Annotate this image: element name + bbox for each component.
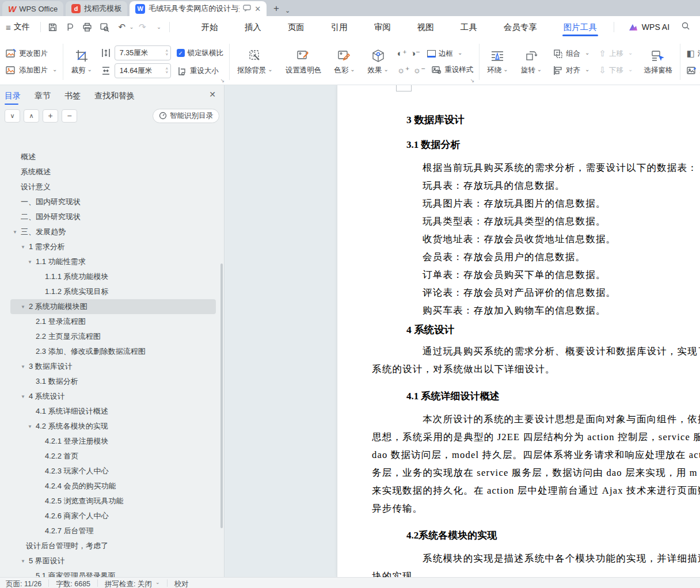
width-input[interactable]: 14.64厘米 ˄˅ bbox=[115, 63, 171, 78]
compress-picture-button[interactable]: 压缩图片 bbox=[684, 63, 700, 77]
expand-arrow-icon[interactable]: ▼ bbox=[21, 304, 29, 310]
outline-item[interactable]: ▼ 一、国内研究现状 bbox=[0, 194, 222, 209]
menu-item[interactable]: 页面 bbox=[288, 17, 305, 37]
menu-item[interactable]: 视图 bbox=[417, 17, 434, 37]
outline-item[interactable]: ▼ 4.2.1 登录注册模块 bbox=[0, 434, 222, 449]
expand-arrow-icon[interactable]: ▼ bbox=[21, 559, 29, 564]
side-panel-tab[interactable]: 书签 bbox=[64, 86, 81, 105]
outline-item[interactable]: ▼ 2.3 添加、修改或删除数据流程图 bbox=[0, 344, 222, 359]
menu-item[interactable]: 引用 bbox=[331, 17, 348, 37]
zoom-out-outline-button[interactable]: − bbox=[62, 109, 77, 123]
collapse-all-button[interactable]: ∨ bbox=[5, 109, 20, 123]
set-transparent-button[interactable]: 设置透明色 bbox=[281, 47, 326, 77]
menu-item[interactable]: 图片工具 bbox=[564, 17, 597, 37]
heading-collapse-marker[interactable] bbox=[396, 85, 412, 91]
close-panel-icon[interactable]: ✕ bbox=[209, 90, 216, 99]
outline-item[interactable]: ▼ 二、国外研究现状 bbox=[0, 209, 222, 224]
rotate-button[interactable]: 旋转 bbox=[517, 47, 546, 77]
export-pdf-button[interactable] bbox=[63, 20, 78, 34]
brightness-down-icon[interactable]: ☼⁻ bbox=[413, 65, 426, 75]
zoom-in-outline-button[interactable]: + bbox=[43, 109, 58, 123]
print-preview-button[interactable] bbox=[97, 20, 112, 34]
outline-item[interactable]: ▼ 2.2 主页显示流程图 bbox=[0, 329, 222, 344]
more-tools-caret-icon[interactable]: ⌄ bbox=[157, 24, 161, 30]
spinner-arrows-icon[interactable]: ˄˅ bbox=[166, 49, 168, 56]
document-page[interactable]: 3 数据库设计3.1 数据分析根据当前玩具购买系统的需求分析，需要设计以下的数据… bbox=[337, 85, 700, 577]
outline-item[interactable]: ▼ 4.2.4 会员的购买功能 bbox=[0, 479, 222, 494]
tab-list-caret-icon[interactable]: ⌄ bbox=[285, 7, 290, 14]
height-input[interactable]: 7.35厘米 ˄˅ bbox=[115, 45, 171, 60]
wps-ai-button[interactable]: WPS AI bbox=[628, 22, 669, 32]
outline-item[interactable]: ▼ 4.2.5 浏览查询玩具功能 bbox=[0, 494, 222, 509]
menu-item[interactable]: 插入 bbox=[245, 17, 261, 37]
outline-item[interactable]: ▼ 3 数据库设计 bbox=[0, 359, 222, 374]
outline-item[interactable]: ▼ 设计后台管理时，考虑了 bbox=[0, 539, 222, 553]
outline-item[interactable]: ▼ 系统概述 bbox=[0, 165, 222, 180]
redo-button[interactable]: ↷ bbox=[135, 20, 150, 34]
menu-item[interactable]: 开始 bbox=[201, 17, 218, 37]
outline-item[interactable]: ▼ 2 系统功能模块图 bbox=[10, 299, 216, 314]
outline-item[interactable]: ▼ 4.2.3 玩家个人中心 bbox=[0, 464, 222, 479]
document-canvas[interactable]: 3 数据库设计3.1 数据分析根据当前玩具购买系统的需求分析，需要设计以下的数据… bbox=[225, 85, 700, 577]
word-count-status[interactable]: 字数: 6685 bbox=[56, 579, 90, 588]
outline-item[interactable]: ▼ 4.2 系统各模块的实现 bbox=[0, 419, 222, 434]
outline-item[interactable]: ▼ 1.1.1 系统功能模块 bbox=[0, 269, 222, 284]
undo-button[interactable]: ↶ bbox=[115, 20, 130, 34]
brightness-up-icon[interactable]: ☼⁺ bbox=[397, 65, 410, 75]
sharpen-button[interactable]: ◧ 清晰化 bbox=[684, 47, 700, 60]
outline-item[interactable]: ▼ 设计意义 bbox=[0, 180, 222, 194]
effects-button[interactable]: 效果 bbox=[364, 47, 393, 77]
menu-item[interactable]: 工具 bbox=[461, 17, 477, 37]
outline-item[interactable]: ▼ 3.1 数据分析 bbox=[0, 374, 222, 389]
outline-item[interactable]: ▼ 4.2.2 首页 bbox=[0, 449, 222, 464]
outline-item[interactable]: ▼ 1.1.2 系统实现目标 bbox=[0, 284, 222, 299]
search-icon[interactable] bbox=[681, 21, 690, 33]
outline-item[interactable]: ▼ 4 系统设计 bbox=[0, 389, 222, 404]
spellcheck-caret-icon[interactable]: ⌄ bbox=[155, 579, 160, 585]
add-picture-button[interactable]: 添加图片 bbox=[3, 63, 59, 77]
save-button[interactable] bbox=[45, 20, 60, 34]
contrast-down-icon[interactable]: ◑⁻ bbox=[410, 48, 420, 59]
lock-aspect-checkbox[interactable]: ✓ 锁定纵横比 bbox=[174, 47, 226, 60]
reset-style-button[interactable]: 重设样式 bbox=[429, 63, 475, 77]
file-menu-button[interactable]: ≡ 文件 bbox=[0, 22, 37, 32]
remove-background-button[interactable]: 抠除背景 bbox=[233, 47, 276, 77]
expand-arrow-icon[interactable]: ▼ bbox=[21, 364, 29, 369]
outline-item[interactable]: ▼ 4.2.7 后台管理 bbox=[0, 524, 222, 539]
menu-item[interactable]: 审阅 bbox=[374, 17, 391, 37]
undo-caret-icon[interactable]: ⌄ bbox=[130, 24, 134, 30]
border-button[interactable]: 边框 bbox=[424, 47, 465, 60]
outline-item[interactable]: ▼ 5 界面设计 bbox=[0, 553, 222, 568]
outline-item[interactable]: ▼ 1.1 功能性需求 bbox=[0, 254, 222, 269]
color-button[interactable]: 色彩 bbox=[330, 47, 359, 77]
tab-wps-office[interactable]: W WPS Office bbox=[2, 1, 63, 16]
align-button[interactable]: 对齐 bbox=[550, 63, 592, 77]
bring-forward-button[interactable]: ⇧ 上移 bbox=[596, 47, 635, 60]
expand-arrow-icon[interactable]: ▼ bbox=[21, 394, 29, 399]
outline-item[interactable]: ▼ 1 需求分析 bbox=[0, 239, 222, 254]
expand-arrow-icon[interactable]: ▼ bbox=[13, 230, 21, 235]
outline-item[interactable]: ▼ 2.1 登录流程图 bbox=[0, 314, 222, 329]
side-panel-tab[interactable]: 查找和替换 bbox=[94, 86, 135, 105]
contrast-up-icon[interactable]: ◐⁺ bbox=[397, 48, 407, 59]
outline-scrollbar[interactable] bbox=[220, 264, 223, 528]
expand-arrow-icon[interactable]: ▼ bbox=[21, 245, 29, 250]
smart-toc-button[interactable]: 智能识别目录 bbox=[153, 109, 219, 123]
print-button[interactable] bbox=[80, 20, 95, 34]
outline-item[interactable]: ▼ 4.1 系统详细设计概述 bbox=[0, 404, 222, 419]
tab-document[interactable]: W 毛绒玩具专卖网店的设计与开发 ✕ bbox=[130, 1, 267, 16]
side-panel-tab[interactable]: 章节 bbox=[35, 86, 51, 105]
outline-item[interactable]: ▼ 概述 bbox=[0, 150, 222, 165]
expand-arrow-icon[interactable]: ▼ bbox=[28, 424, 36, 429]
change-picture-button[interactable]: 更改图片 bbox=[3, 47, 59, 60]
spellcheck-status[interactable]: 拼写检查: 关闭 bbox=[105, 579, 152, 588]
menu-item[interactable]: 会员专享 bbox=[504, 17, 537, 37]
crop-button[interactable]: 裁剪 bbox=[67, 47, 96, 77]
expand-arrow-icon[interactable]: ▼ bbox=[28, 259, 36, 265]
outline-item[interactable]: ▼ 三、发展趋势 bbox=[0, 224, 222, 239]
spinner-arrows-icon[interactable]: ˄˅ bbox=[166, 67, 168, 74]
close-tab-icon[interactable]: ✕ bbox=[254, 5, 261, 13]
tab-docer-templates[interactable]: d 找稻壳模板 bbox=[66, 1, 127, 16]
selection-pane-button[interactable]: 选择窗格 bbox=[640, 47, 676, 77]
expand-all-button[interactable]: ∧ bbox=[24, 109, 39, 123]
